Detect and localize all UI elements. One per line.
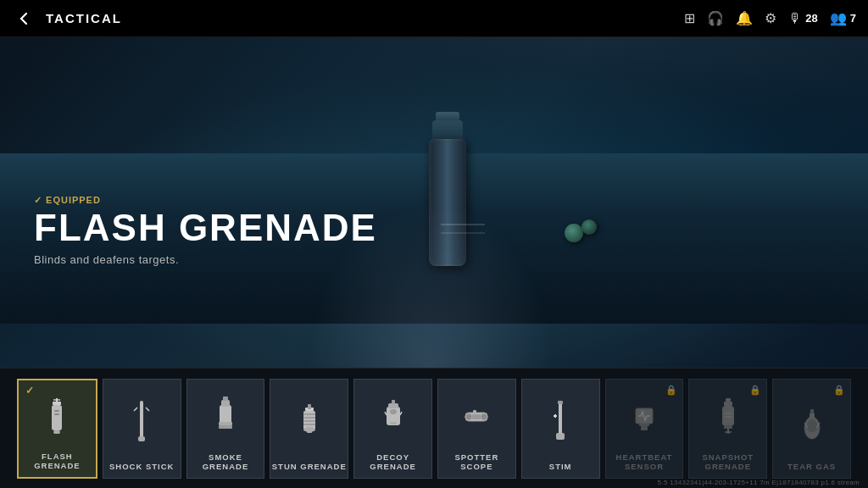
item-card-stim[interactable]: STIM [521, 379, 600, 479]
svg-point-27 [390, 409, 397, 414]
heartbeat-sensor-label: HEARTBEAT SENSOR [606, 452, 683, 471]
stun-grenade-icon-area [270, 380, 348, 462]
players-group: 👥 7 [830, 10, 856, 26]
svg-line-30 [400, 412, 402, 415]
lock-icon-tear-gas: 🔒 [833, 385, 845, 396]
item-card-smoke-grenade[interactable]: SMOKE GRENADE [186, 379, 265, 479]
svg-rect-3 [54, 413, 59, 415]
svg-rect-35 [472, 414, 481, 419]
mic-group: 🎙 28 [788, 11, 817, 26]
grid-icon[interactable]: ⊞ [684, 10, 695, 26]
svg-rect-46 [724, 402, 732, 407]
svg-rect-44 [641, 426, 648, 430]
heartbeat-sensor-icon [628, 391, 660, 441]
shock-stick-icon-area [103, 380, 181, 462]
bell-icon[interactable]: 🔔 [736, 10, 753, 26]
svg-line-9 [134, 408, 137, 411]
svg-rect-8 [138, 436, 145, 441]
lock-icon-snapshot: 🔒 [749, 385, 761, 396]
svg-rect-24 [308, 404, 311, 409]
stun-grenade-icon [293, 396, 326, 445]
equipped-badge: ✓ EQUIPPED [34, 195, 377, 206]
svg-rect-50 [724, 425, 732, 429]
flash-grenade-icon [41, 391, 73, 441]
mic-count: 28 [805, 12, 817, 25]
svg-rect-0 [53, 402, 61, 405]
svg-rect-47 [722, 407, 734, 425]
tear-gas-icon [796, 396, 828, 445]
page-title: TACTICAL [46, 11, 122, 25]
back-button[interactable] [12, 7, 36, 30]
svg-rect-4 [53, 430, 60, 434]
svg-rect-39 [558, 401, 563, 404]
grenade-model [414, 105, 481, 274]
item-card-stun-grenade[interactable]: STUN GRENADE [270, 379, 348, 479]
decoy-grenade-icon [377, 391, 409, 441]
top-right-icons: ⊞ 🎧 🔔 ⚙ 🎙 28 👥 7 [684, 10, 856, 26]
status-bar: 5.5 13432341|44-203-1725+11 7m E|1871840… [658, 479, 860, 486]
spotter-scope-icon [460, 391, 492, 441]
item-card-decoy-grenade[interactable]: DECOY GRENADE [353, 379, 432, 479]
svg-rect-1 [52, 405, 62, 430]
table-object-1 [565, 224, 583, 242]
item-card-snapshot-grenade[interactable]: 🔒 SNAPSHOT GRENADE [688, 379, 767, 479]
stim-icon-area [522, 380, 599, 462]
svg-rect-28 [390, 422, 397, 424]
spotter-scope-icon-area [438, 380, 515, 452]
decoy-grenade-icon-area [354, 380, 431, 452]
svg-rect-54 [810, 413, 815, 419]
svg-rect-13 [223, 396, 228, 401]
svg-line-10 [146, 408, 149, 411]
decoy-grenade-label: DECOY GRENADE [354, 452, 431, 471]
svg-rect-45 [726, 398, 731, 402]
svg-rect-12 [221, 400, 230, 407]
item-card-spotter-scope[interactable]: SPOTTER SCOPE [437, 379, 516, 479]
svg-rect-31 [392, 400, 395, 404]
equip-checkmark: ✓ [25, 385, 34, 396]
people-count: 7 [850, 12, 856, 25]
stim-label: STIM [549, 462, 572, 471]
top-bar: TACTICAL ⊞ 🎧 🔔 ⚙ 🎙 28 👥 7 [0, 0, 868, 37]
shock-stick-label: SHOCK STICK [109, 462, 174, 471]
lock-icon-heartbeat: 🔒 [665, 385, 677, 396]
item-info-panel: ✓ EQUIPPED FLASH GRENADE Blinds and deaf… [34, 195, 377, 266]
item-description: Blinds and deafens targets. [34, 253, 377, 266]
smoke-grenade-label: SMOKE GRENADE [187, 452, 264, 471]
svg-rect-14 [219, 422, 232, 425]
svg-rect-23 [307, 430, 312, 433]
svg-rect-7 [140, 401, 143, 438]
hero-area: ✓ EQUIPPED FLASH GRENADE Blinds and deaf… [0, 37, 868, 368]
stim-icon [544, 396, 576, 445]
smoke-grenade-icon-area [187, 380, 264, 452]
snapshot-grenade-label: SNAPSHOT GRENADE [689, 452, 766, 471]
svg-point-34 [481, 413, 487, 420]
spotter-scope-label: SPOTTER SCOPE [438, 452, 515, 471]
svg-rect-38 [556, 433, 565, 440]
item-card-flash-grenade[interactable]: ✓ FLASH GRENADE [17, 379, 97, 479]
svg-line-29 [385, 412, 387, 415]
snapshot-grenade-icon [712, 391, 744, 441]
svg-point-33 [465, 413, 472, 420]
svg-rect-37 [559, 402, 562, 435]
table-object-2 [581, 219, 597, 235]
item-card-heartbeat-sensor[interactable]: 🔒 HEARTBEAT SENSOR [605, 379, 684, 479]
headset-icon[interactable]: 🎧 [707, 10, 724, 26]
svg-rect-36 [473, 410, 476, 413]
people-icon[interactable]: 👥 [830, 10, 847, 26]
smoke-grenade-icon [209, 391, 242, 441]
shock-stick-icon [125, 396, 158, 445]
stun-grenade-label: STUN GRENADE [272, 462, 347, 471]
item-name-heading: FLASH GRENADE [34, 209, 377, 247]
svg-rect-17 [303, 411, 315, 430]
flash-grenade-label: FLASH GRENADE [19, 452, 96, 470]
svg-rect-2 [54, 410, 59, 412]
settings-icon[interactable]: ⚙ [765, 10, 776, 26]
item-card-shock-stick[interactable]: SHOCK STICK [103, 379, 181, 479]
tear-gas-label: TEAR GAS [787, 462, 836, 471]
svg-rect-55 [810, 409, 814, 413]
item-card-tear-gas[interactable]: 🔒 TEAR GAS [772, 379, 851, 479]
svg-rect-15 [219, 425, 232, 429]
mic-icon[interactable]: 🎙 [788, 11, 802, 26]
svg-point-56 [807, 419, 817, 433]
items-bottom-bar: ✓ FLASH GRENADE SHOCK STICK [0, 368, 868, 488]
